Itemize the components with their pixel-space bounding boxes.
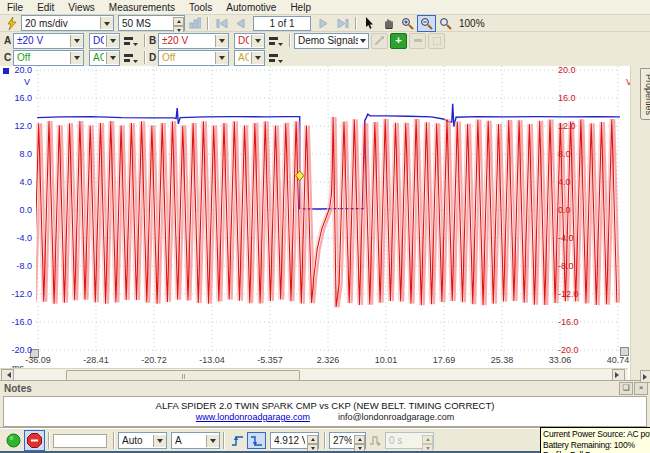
channel-b-coupling-value: DC	[238, 35, 249, 46]
stop-octagon-icon	[27, 433, 42, 448]
channel-b-probe-button[interactable]	[265, 33, 286, 49]
channel-d-probe-button[interactable]	[265, 50, 286, 66]
x-axis-tick: 2.326	[304, 355, 352, 365]
x-axis-tick: 33.06	[536, 355, 584, 365]
pretrigger-spinner[interactable]: 27%	[329, 432, 366, 449]
tab-properties[interactable]: Properties	[640, 68, 650, 120]
channel-c-coupling-select[interactable]: AC	[89, 50, 120, 66]
channel-c-label: C	[4, 52, 13, 63]
chevron-down-icon	[70, 52, 83, 64]
left-axis-tick: -4.0	[0, 233, 32, 243]
chevron-down-icon	[251, 35, 264, 47]
probe-icon	[124, 35, 138, 46]
left-axis-tick: 8.0	[0, 149, 32, 159]
left-axis-tick: -20.0	[0, 345, 32, 355]
setup-wizard-icon[interactable]	[2, 15, 21, 32]
channel-a-range-select[interactable]: ±20 V	[13, 33, 84, 49]
left-axis-unit: V	[24, 77, 30, 87]
spinner-arrows[interactable]	[307, 435, 318, 447]
x-axis-tick: -20.72	[130, 355, 178, 365]
main-toolbar: 20 ms/div 50 MS 1 of 1 100%	[0, 15, 650, 32]
menu-item-measurements[interactable]: Measurements	[102, 1, 182, 14]
hand-tool-button[interactable]	[379, 15, 398, 32]
hand-icon	[383, 17, 395, 29]
notes-restore-button[interactable]: ❏	[619, 382, 633, 395]
chevron-down-icon	[106, 52, 119, 64]
demo-signals-select[interactable]: Demo Signals	[294, 33, 369, 49]
chevron-down-icon	[206, 435, 219, 447]
trigger-source-value: A	[175, 435, 204, 446]
channel-c-range-select[interactable]: Off	[13, 50, 84, 66]
trigger-delay-spinner: 0 s	[385, 432, 434, 449]
go-button[interactable]	[3, 430, 24, 451]
left-axis-tick: -8.0	[0, 261, 32, 271]
plot-area[interactable]	[36, 66, 620, 354]
pretrigger-value: 27%	[333, 435, 352, 446]
normal-selection-tool-button[interactable]	[360, 15, 379, 32]
chevron-down-icon	[106, 35, 119, 47]
probe-icon	[269, 52, 283, 63]
magnifier-minus-icon	[420, 17, 433, 30]
menu-item-automotive[interactable]: Automotive	[219, 1, 283, 14]
trigger-level-value: 4.912 V	[274, 435, 305, 446]
menu-item-views[interactable]: Views	[61, 1, 102, 14]
falling-edge-trigger-button[interactable]	[247, 432, 266, 449]
channel-c-range-value: Off	[17, 52, 68, 63]
notes-content[interactable]: ALFA SPIDER 2.0 TWIN SPARK CMP vs CKP (N…	[3, 396, 647, 427]
notes-close-button[interactable]: ×	[634, 382, 648, 395]
channel-row-cd: C Off AC D Off AC	[0, 49, 650, 66]
spinner-arrows[interactable]	[354, 435, 365, 447]
add-demo-signal-button[interactable]: +	[390, 33, 407, 49]
channel-d-coupling-select[interactable]: AC	[234, 50, 265, 66]
probe-icon	[269, 35, 283, 46]
channel-b-coupling-select[interactable]: DC	[234, 33, 265, 49]
rising-edge-trigger-button[interactable]	[228, 432, 247, 449]
timebase-select[interactable]: 20 ms/div	[21, 15, 114, 31]
channel-d-range-select[interactable]: Off	[158, 50, 229, 66]
chevron-down-icon	[360, 39, 366, 46]
garage-website-link[interactable]: www.londonroadgarage.com	[196, 412, 310, 422]
stop-button[interactable]	[24, 430, 45, 451]
left-axis-tick: 4.0	[0, 177, 32, 187]
trigger-level-spinner[interactable]: 4.912 V	[270, 432, 319, 449]
menu-item-file[interactable]: File	[0, 1, 30, 14]
last-waveform-button[interactable]	[333, 15, 352, 32]
rising-edge-icon	[231, 435, 244, 447]
x-axis-tick: -13.04	[188, 355, 236, 365]
channel-c-coupling-value: AC	[93, 52, 104, 63]
channel-a-coupling-select[interactable]: DC	[89, 33, 120, 49]
previous-waveform-button[interactable]	[231, 15, 250, 32]
page-count: 1 of 1	[269, 18, 294, 29]
chevron-down-icon	[215, 35, 228, 47]
falling-edge-icon	[250, 435, 263, 447]
x-axis-tick: -28.41	[72, 355, 120, 365]
menu-item-tools[interactable]: Tools	[182, 1, 219, 14]
zoom-out-button[interactable]	[417, 15, 436, 32]
channel-b-range-select[interactable]: ±20 V	[158, 33, 229, 49]
next-waveform-button[interactable]	[314, 15, 333, 32]
channel-a-probe-button[interactable]	[120, 33, 141, 49]
first-waveform-button[interactable]	[212, 15, 231, 32]
right-axis-tick: 12.0	[558, 121, 590, 131]
demo-signals-value: Demo Signals	[298, 35, 358, 46]
right-axis-tick: 20.0	[558, 65, 590, 75]
scope-view: V V ms 20.020.016.016.012.012.08.08.04.0…	[0, 66, 630, 380]
samples-spinner[interactable]: 50 MS	[118, 15, 185, 31]
waveform-buffer-icon	[185, 15, 204, 32]
right-axis-tick: 16.0	[558, 93, 590, 103]
trigger-source-select[interactable]: A	[171, 432, 220, 449]
panel-scroll-button[interactable]	[640, 370, 650, 383]
menu-item-edit[interactable]: Edit	[30, 1, 61, 14]
zoom-full-button[interactable]	[436, 15, 455, 32]
zoom-level-label: 100%	[459, 18, 485, 29]
zoom-in-button[interactable]	[398, 15, 417, 32]
clear-demo-signal-button	[428, 33, 445, 49]
magnifier-plus-icon	[401, 17, 414, 30]
trigger-mode-select[interactable]: Auto	[118, 432, 167, 449]
channel-c-probe-button[interactable]	[120, 50, 141, 66]
menu-item-help[interactable]: Help	[283, 1, 318, 14]
x-axis-tick: 25.38	[478, 355, 526, 365]
channel-d-label: D	[149, 52, 158, 63]
spinner-arrows[interactable]	[173, 17, 184, 29]
trigger-mode-value: Auto	[122, 435, 151, 446]
